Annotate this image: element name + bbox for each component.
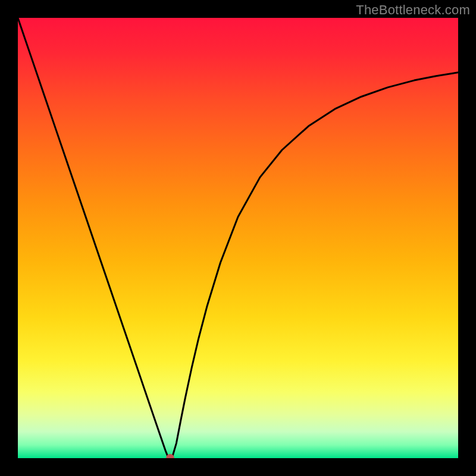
chart-frame: TheBottleneck.com <box>0 0 476 476</box>
watermark-text: TheBottleneck.com <box>356 2 470 18</box>
gradient-background <box>18 18 458 458</box>
chart-svg <box>18 18 458 458</box>
plot-area <box>18 18 458 458</box>
